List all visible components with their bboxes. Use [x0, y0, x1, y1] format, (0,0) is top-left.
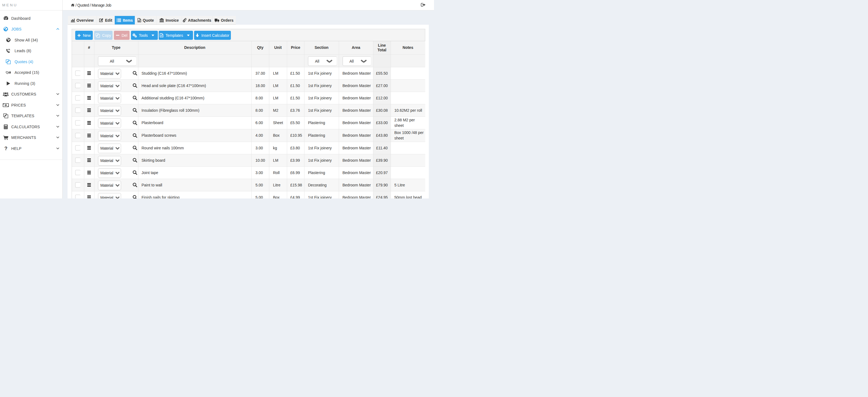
svg-text:1: 1	[5, 104, 6, 106]
svg-text:?: ?	[4, 146, 7, 151]
